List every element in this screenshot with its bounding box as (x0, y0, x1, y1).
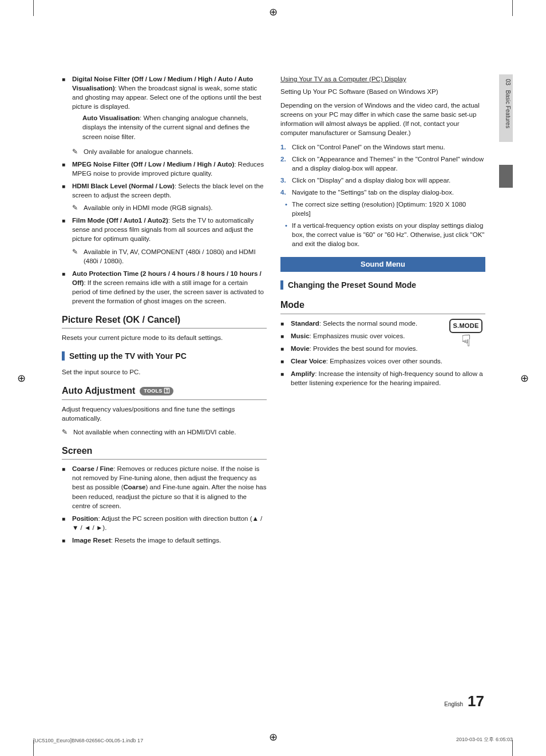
crop-mark (512, 0, 513, 16)
item-head: Position (72, 515, 98, 522)
heading-changing-preset: Changing the Preset Sound Mode (280, 280, 485, 291)
item-head: Movie (291, 345, 310, 352)
step-text: Navigate to the "Settings" tab on the di… (292, 188, 485, 197)
heading-auto-adjustment: Auto Adjustment TOOLS 🅃 (62, 385, 267, 399)
item-head: Music (291, 333, 310, 339)
heading-mode: Mode (280, 299, 485, 314)
right-column: Using Your TV as a Computer (PC) Display… (280, 74, 485, 548)
list-item: ■Music: Emphasizes music over voices. (280, 331, 441, 341)
side-tab-current (499, 165, 513, 188)
item-head: Amplify (291, 370, 315, 377)
footer-page-number: 17 (468, 692, 484, 710)
chapter-title: Basic Features (505, 90, 511, 128)
item-head: MPEG Noise Filter (Off / Low / Medium / … (72, 161, 234, 168)
tools-label: TOOLS (144, 387, 162, 395)
pc-intro-1: Setting Up Your PC Software (Based on Wi… (280, 87, 485, 96)
item-head: Coarse / Fine (72, 465, 113, 472)
note: ✎ Only available for analogue channels. (72, 147, 267, 156)
heading-accent-bar (280, 280, 283, 290)
item-head: Clear Voice (291, 358, 326, 365)
note: ✎ Not available when connecting with an … (62, 428, 267, 437)
print-footer-left: [UC5100_Eeuro]BN68-02656C-00L05-1.indb 1… (33, 738, 143, 743)
heading-text: Setting up the TV with Your PC (69, 351, 187, 362)
item-body: : Increase the intensity of high-frequen… (291, 370, 483, 386)
list-item: ■ MPEG Noise Filter (Off / Low / Medium … (62, 160, 267, 178)
step-text: Click on "Control Panel" on the Windows … (292, 143, 485, 152)
list-item: ■ Film Mode (Off / Auto1 / Auto2): Sets … (62, 216, 267, 243)
tools-icon: 🅃 (164, 387, 169, 395)
item-head: Film Mode (Off / Auto1 / Auto2) (72, 217, 168, 224)
step-item: 2.Click on "Appearance and Themes" in th… (280, 155, 485, 173)
pc-display-head: Using Your TV as a Computer (PC) Display (280, 74, 485, 84)
note-icon: ✎ (72, 247, 84, 266)
list-item: ■ Digital Noise Filter (Off / Low / Medi… (62, 74, 267, 144)
item-body: : Selects the normal sound mode. (319, 320, 417, 327)
note-text: Available only in HDMI mode (RGB signals… (84, 203, 267, 212)
item-body: : Adjust the PC screen position with dir… (72, 515, 262, 531)
picture-reset-body: Resets your current picture mode to its … (62, 333, 267, 342)
note-text: Available in TV, AV, COMPONENT (480i / 1… (84, 247, 267, 266)
auto-adj-body: Adjust frequency values/positions and fi… (62, 405, 267, 423)
item-body: : Emphasizes voices over other sounds. (326, 358, 442, 365)
setup-pc-body: Set the input source to PC. (62, 367, 267, 377)
left-column: ■ Digital Noise Filter (Off / Low / Medi… (62, 74, 267, 548)
list-item: ■Amplify: Increase the intensity of high… (280, 369, 485, 387)
side-tab: 03 Basic Features (499, 74, 513, 142)
print-footer-right: 2010-03-01 오후 6:05:03 (456, 736, 513, 743)
list-item: ■Standard: Selects the normal sound mode… (280, 319, 441, 328)
list-item: ■ HDMI Black Level (Normal / Low): Selec… (62, 181, 267, 200)
note-icon: ✎ (72, 147, 84, 156)
list-item: ■Movie: Provides the best sound for movi… (280, 344, 441, 353)
list-item: ■ Auto Protection Time (2 hours / 4 hour… (62, 269, 267, 306)
step-item: 4.Navigate to the "Settings" tab on the … (280, 188, 485, 197)
step-text: Click on "Appearance and Themes" in the … (292, 155, 485, 173)
heading-text: Changing the Preset Sound Mode (288, 280, 416, 291)
note-icon: ✎ (62, 428, 73, 437)
item-body: : If the screen remains idle with a stil… (72, 279, 264, 304)
item-body: : Resets the image to default settings. (111, 537, 221, 544)
heading-setup-pc: Setting up the TV with Your PC (62, 351, 267, 362)
list-item: ■ Position: Adjust the PC screen positio… (62, 514, 267, 532)
subitem-head: Auto Visualisation (82, 114, 140, 121)
step-item: 3.Click on "Display" and a display dialo… (280, 176, 485, 185)
registration-mark-right-icon: ⊕ (520, 372, 529, 385)
heading-picture-reset: Picture Reset (OK / Cancel) (62, 314, 267, 328)
note-text: Only available for analogue channels. (84, 147, 267, 156)
note-text: Not available when connecting with an HD… (73, 428, 267, 437)
tools-pill: TOOLS 🅃 (140, 387, 173, 395)
item-head: Image Reset (72, 537, 111, 544)
sub-step-item: •The correct size setting (resolution) [… (280, 200, 485, 218)
smode-button-label: S.MODE (449, 319, 482, 333)
note: ✎ Available only in HDMI mode (RGB signa… (72, 203, 267, 212)
item-head: HDMI Black Level (Normal / Low) (72, 183, 175, 189)
item-head: Standard (291, 320, 319, 327)
note-icon: ✎ (72, 203, 84, 212)
sub-step-text: If a vertical-frequency option exists on… (292, 221, 485, 248)
sub-step-item: •If a vertical-frequency option exists o… (280, 221, 485, 248)
footer-language: English (444, 701, 463, 707)
hand-press-icon: ☟ (446, 333, 485, 349)
list-item: ■Clear Voice: Emphasizes voices over oth… (280, 357, 485, 366)
chapter-number: 03 (505, 79, 511, 85)
heading-text: Auto Adjustment (62, 385, 135, 397)
item-bold-inline: Coarse (124, 484, 146, 490)
list-item: ■ Image Reset: Resets the image to defau… (62, 536, 267, 545)
list-item: ■ Coarse / Fine: Removes or reduces pict… (62, 464, 267, 510)
smode-illustration: S.MODE ☟ (446, 319, 485, 357)
heading-accent-bar (62, 351, 65, 361)
step-text: Click on "Display" and a display dialog … (292, 176, 485, 185)
item-body: : Provides the best sound for movies. (310, 345, 418, 352)
section-band-sound-menu: Sound Menu (280, 257, 485, 272)
pc-intro-2: Depending on the version of Windows and … (280, 101, 485, 137)
note: ✎ Available in TV, AV, COMPONENT (480i /… (72, 247, 267, 266)
registration-mark-left-icon: ⊕ (17, 372, 26, 385)
registration-mark-bottom-icon: ⊕ (269, 731, 278, 743)
step-item: 1.Click on "Control Panel" on the Window… (280, 143, 485, 152)
registration-mark-top-icon: ⊕ (269, 6, 278, 18)
item-body: : Emphasizes music over voices. (310, 333, 405, 339)
crop-mark (33, 0, 34, 16)
page-footer: English 17 (444, 692, 484, 710)
sub-step-text: The correct size setting (resolution) [O… (292, 200, 485, 218)
heading-screen: Screen (62, 445, 267, 460)
